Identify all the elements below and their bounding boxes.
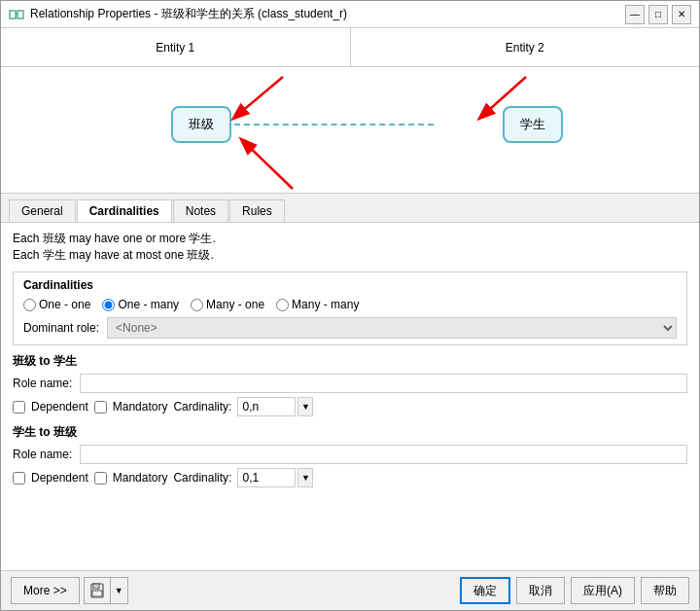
diagram-area: 班级 学生 (1, 67, 699, 194)
tab-rules[interactable]: Rules (229, 199, 285, 222)
desc-line1: Each 班级 may have one or more 学生. (13, 231, 687, 247)
bottom-left: More >> ▼ (11, 577, 128, 604)
cardinality-radio-row: One - one One - many Many - one Many - m… (23, 298, 677, 311)
subsection1-cardinality-chevron[interactable]: ▼ (298, 397, 313, 416)
tabs-area: General Cardinalities Notes Rules (1, 194, 699, 222)
bottom-bar: More >> ▼ 确定 取消 应用(A) 帮助 (1, 570, 699, 610)
subsection2-role-row: Role name: (13, 445, 687, 464)
diagram-arrows (1, 67, 699, 193)
subsection2-checkbox-row: Dependent Mandatory Cardinality: ▼ (13, 468, 687, 487)
close-button[interactable]: ✕ (672, 5, 691, 24)
title-bar-controls: — □ ✕ (625, 5, 691, 24)
radio-many-many: Many - many (276, 298, 359, 311)
save-icon (89, 583, 105, 598)
subsection2: 学生 to 班级 Role name: Dependent Mandatory … (13, 424, 687, 487)
svg-line-3 (234, 77, 283, 118)
subsection2-cardinality-label: Cardinality: (173, 471, 231, 485)
cardinalities-section-title: Cardinalities (23, 278, 677, 292)
subsection2-role-label: Role name: (13, 448, 72, 461)
radio-many-many-label: Many - many (292, 298, 359, 311)
window-title: Relationship Properties - 班级和学生的关系 (clas… (30, 6, 347, 22)
cancel-button[interactable]: 取消 (516, 577, 565, 604)
title-bar-left: Relationship Properties - 班级和学生的关系 (clas… (9, 6, 347, 22)
radio-one-many-input[interactable] (102, 299, 115, 311)
relationship-line (234, 124, 434, 126)
subsection1-role-label: Role name: (13, 377, 72, 390)
subsection1-title: 班级 to 学生 (13, 353, 687, 370)
apply-button[interactable]: 应用(A) (571, 577, 635, 604)
save-group: ▼ (84, 577, 128, 604)
subsection1-cardinality-dropdown: ▼ (237, 397, 313, 416)
save-dropdown-button[interactable]: ▼ (111, 577, 128, 604)
radio-many-many-input[interactable] (276, 299, 289, 311)
subsection1-dependent-checkbox[interactable] (13, 401, 25, 413)
subsection1: 班级 to 学生 Role name: Dependent Mandatory … (13, 353, 687, 416)
subsection2-role-input[interactable] (80, 445, 687, 464)
svg-rect-0 (10, 11, 16, 18)
radio-many-one-input[interactable] (191, 299, 203, 311)
svg-rect-8 (92, 591, 102, 596)
subsection1-cardinality-label: Cardinality: (173, 400, 231, 413)
entity1-panel-header: Entity 1 (1, 28, 351, 66)
save-button[interactable] (84, 577, 111, 604)
subsection1-checkbox-row: Dependent Mandatory Cardinality: ▼ (13, 397, 687, 416)
help-button[interactable]: 帮助 (641, 577, 689, 604)
tab-cardinalities[interactable]: Cardinalities (77, 199, 172, 222)
subsection2-title: 学生 to 班级 (13, 424, 687, 441)
tab-general[interactable]: General (9, 199, 76, 222)
subsection1-cardinality-input[interactable] (237, 397, 296, 416)
dominant-role-select[interactable]: <None> (107, 317, 677, 339)
subsection1-role-input[interactable] (80, 374, 687, 393)
subsection1-mandatory-label: Mandatory (113, 400, 168, 413)
title-bar: Relationship Properties - 班级和学生的关系 (clas… (1, 1, 699, 28)
desc-line2: Each 学生 may have at most one 班级. (13, 247, 687, 264)
dominant-role-row: Dominant role: <None> (23, 317, 677, 339)
tab-notes[interactable]: Notes (173, 199, 228, 222)
main-window: Relationship Properties - 班级和学生的关系 (clas… (0, 0, 700, 611)
subsection2-cardinality-input[interactable] (237, 468, 296, 487)
subsection2-mandatory-label: Mandatory (113, 471, 168, 485)
description: Each 班级 may have one or more 学生. Each 学生… (13, 231, 687, 264)
entity1-box: 班级 (171, 106, 231, 143)
subsection1-dependent-label: Dependent (31, 400, 88, 413)
radio-one-one: One - one (23, 298, 90, 311)
radio-one-one-input[interactable] (23, 299, 36, 311)
radio-many-one-label: Many - one (206, 298, 264, 311)
subsection1-mandatory-checkbox[interactable] (94, 401, 107, 413)
svg-rect-1 (18, 11, 23, 18)
entity2-panel-header: Entity 2 (351, 28, 700, 66)
more-button[interactable]: More >> (11, 577, 80, 604)
subsection2-dependent-label: Dependent (31, 471, 88, 485)
restore-button[interactable]: □ (648, 5, 668, 24)
radio-one-many-label: One - many (118, 298, 179, 311)
svg-rect-7 (93, 584, 99, 589)
entity2-box: 学生 (503, 106, 563, 143)
minimize-button[interactable]: — (625, 5, 645, 24)
cardinalities-section: Cardinalities One - one One - many Many … (13, 271, 687, 345)
dominant-role-label: Dominant role: (23, 321, 99, 335)
bottom-right: 确定 取消 应用(A) 帮助 (460, 577, 689, 604)
subsection2-cardinality-dropdown: ▼ (237, 468, 313, 487)
subsection2-mandatory-checkbox[interactable] (94, 472, 107, 485)
confirm-button[interactable]: 确定 (460, 577, 510, 604)
subsection2-dependent-checkbox[interactable] (13, 472, 25, 485)
radio-many-one: Many - one (191, 298, 264, 311)
entity-panels-header: Entity 1 Entity 2 (1, 28, 699, 67)
svg-line-5 (242, 140, 293, 189)
app-icon (9, 7, 24, 22)
content-area: Each 班级 may have one or more 学生. Each 学生… (1, 222, 699, 570)
subsection2-cardinality-chevron[interactable]: ▼ (298, 468, 313, 487)
subsection1-role-row: Role name: (13, 374, 687, 393)
radio-one-many: One - many (102, 298, 179, 311)
radio-one-one-label: One - one (39, 298, 90, 311)
